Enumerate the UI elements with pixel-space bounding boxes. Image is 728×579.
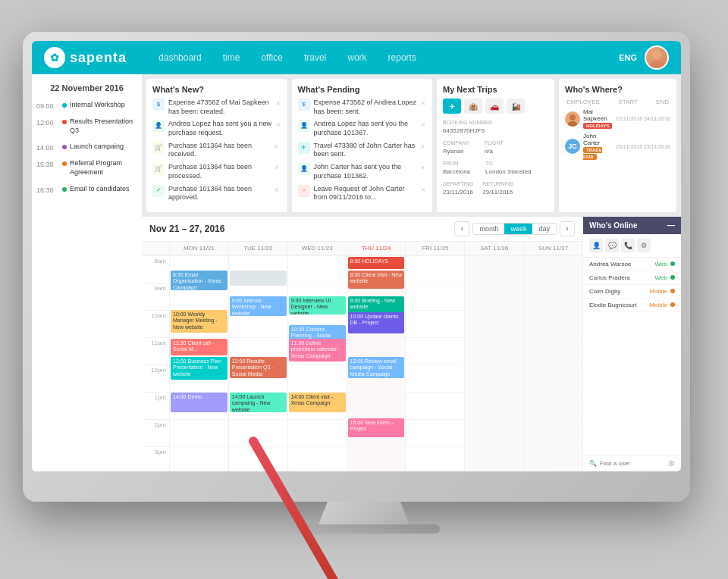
list-item: $ Expense 473562 of Andrea Lopez has bee… — [298, 99, 427, 116]
close-icon[interactable]: × — [420, 142, 426, 149]
calendar-main: Nov 21 – 27, 2016 ‹ month week day › — [142, 217, 582, 471]
week-view-button[interactable]: week — [504, 224, 532, 234]
calendar-prev-button[interactable]: ‹ — [454, 221, 469, 236]
whats-pending-widget: What's Pending $ Expense 473562 of Andre… — [292, 79, 433, 212]
nav-travel[interactable]: travel — [295, 49, 335, 66]
whats-new-widget: What's New? $ Expense 473562 of Mai Sapk… — [146, 79, 287, 212]
hotel-icon[interactable]: 🏨 — [464, 99, 482, 114]
month-view-button[interactable]: month — [473, 224, 504, 234]
status-dot — [670, 275, 675, 280]
list-item: 👤 Andrea Lopez has sent you a new purcha… — [152, 120, 281, 137]
close-icon[interactable]: × — [421, 99, 426, 106]
search-icon: 🔍 — [589, 460, 597, 467]
calendar-event[interactable]: 11:30 Define promoters calendar - Xmas C… — [289, 339, 346, 361]
navbar: ✿ sapenta dashboard time office travel w… — [32, 41, 681, 74]
list-item: ✓ Purchase 101364 has been approved. × — [152, 185, 281, 202]
nav-dashboard[interactable]: dashboard — [149, 49, 211, 66]
list-item: 🛒 Purchase 101364 has been processed. × — [152, 163, 281, 180]
calendar-nav: ‹ month week day › — [454, 221, 575, 236]
flight-icon[interactable]: ✈ — [443, 99, 461, 114]
nav-work[interactable]: work — [338, 49, 375, 66]
car-icon[interactable]: 🚗 — [485, 99, 504, 114]
close-icon[interactable]: × — [275, 185, 281, 192]
avatar: JC — [565, 139, 580, 154]
calendar-event[interactable]: 9:00 Internal Workshop - New website — [230, 296, 287, 316]
calendar-event[interactable]: 8:00 Client Visit - New website — [348, 271, 405, 289]
sidebar-date: 22 November 2016 — [32, 80, 142, 99]
online-filter-icons: 👤 💬 📞 ⚙ — [583, 234, 681, 258]
person-icon[interactable]: 👤 — [589, 239, 603, 252]
list-item: 16:30 Email to candidates — [32, 183, 142, 196]
calendar-event[interactable]: 9:30 Interview UI Designer - New website — [289, 296, 346, 315]
close-icon[interactable]: × — [276, 120, 281, 127]
whos-online-header: Who's Online — — [583, 217, 681, 234]
nav-language: ENG — [619, 53, 637, 62]
calendar-header: Nov 21 – 27, 2016 ‹ month week day › — [142, 217, 582, 242]
left-sidebar: 22 November 2016 09:00 Internal Workshop… — [32, 74, 142, 471]
day-header-sat: SAT 11/26 — [464, 242, 523, 255]
day-header-fri: FRI 11/25 — [405, 242, 464, 255]
find-user-input[interactable] — [600, 460, 661, 467]
calendar-event[interactable]: 12:00 Business Plan Presentation - New w… — [171, 357, 228, 380]
calendar-event[interactable]: 11:30 Client call - Social M... — [171, 339, 228, 355]
list-item: 12:00 Results Presentation Q3 — [32, 115, 142, 137]
list-item: ○ Leave Request of John Carter from 09/1… — [298, 185, 427, 202]
calendar-days-header: MON 11/21 TUE 11/22 WED 11/23 THU 11/24 … — [142, 242, 582, 255]
day-sun — [523, 255, 582, 471]
logo-icon: ✿ — [44, 47, 65, 68]
monitor-stand — [318, 502, 410, 524]
calendar-event[interactable]: 14:00 Client visit - Xmas Campaign — [289, 393, 346, 412]
train-icon[interactable]: 🚂 — [507, 99, 525, 114]
calendar-event[interactable]: 15:00 New Intern - Project — [348, 418, 405, 437]
whos-where-widget: Who's Where? EMPLOYEE START END — [559, 79, 676, 212]
day-sat — [464, 255, 523, 471]
day-wed: 9:30 Interview UI Designer - New website… — [287, 255, 347, 471]
list-item: 👤 Andrea Lopez has sent you the purchase… — [298, 120, 427, 137]
online-user-item: Colm Digby Mobile — [583, 285, 681, 299]
nav-avatar[interactable] — [645, 45, 669, 70]
phone-icon[interactable]: 📞 — [621, 239, 635, 252]
gear-icon[interactable]: ⚙ — [668, 459, 675, 468]
online-user-item: Carlos Pradera Web — [583, 271, 681, 285]
status-badge: HOLIDAYS — [583, 123, 612, 129]
day-header-mon: MON 11/21 — [169, 242, 228, 255]
day-mon: 8:30 Email Organisation - Xmas Campaign … — [169, 255, 228, 471]
calendar-next-button[interactable]: › — [560, 221, 575, 236]
calendar-event[interactable]: 12:00 Results Presentation Q3 - Social M… — [230, 357, 287, 378]
whos-where-title: Who's Where? — [565, 85, 670, 94]
day-header-wed: WED 11/23 — [287, 242, 347, 255]
calendar-title: Nov 21 – 27, 2016 — [149, 224, 447, 234]
calendar-event[interactable]: 14:00 Demo — [171, 393, 228, 412]
list-item: 🛒 Purchase 101364 has been received. × — [152, 142, 281, 159]
time-gutter: 8am 9am 10am 11am 12pm 1pm 2pm 3pm — [142, 255, 169, 471]
close-icon[interactable]: × — [275, 163, 281, 171]
day-view-button[interactable]: day — [532, 224, 556, 234]
find-user-row: 🔍 ⚙ — [583, 455, 681, 471]
calendar-event[interactable]: 10:00 Update clients DB - Project — [348, 312, 405, 333]
settings-icon[interactable]: ⚙ — [637, 239, 651, 252]
close-icon[interactable]: × — [421, 120, 426, 127]
chat-icon[interactable]: 💬 — [605, 239, 619, 252]
calendar-event[interactable]: 10:00 Weekly Manager Meeting - New websi… — [171, 310, 228, 333]
calendar-event[interactable]: 14:00 Launch campaing - New website — [230, 393, 287, 412]
nav-time[interactable]: time — [214, 49, 249, 66]
calendar-event[interactable]: 8:30 Email Organisation - Xmas Campaign — [171, 271, 228, 290]
nav-right: ENG — [619, 45, 669, 70]
expense-icon: $ — [152, 99, 165, 111]
nav-reports[interactable]: reports — [379, 49, 425, 66]
user-icon: 👤 — [152, 120, 165, 132]
view-toggle: month week day — [472, 223, 557, 235]
svg-point-0 — [652, 50, 661, 59]
close-icon[interactable]: × — [421, 163, 426, 171]
svg-point-3 — [568, 121, 577, 127]
nav-office[interactable]: office — [252, 49, 291, 66]
calendar-event[interactable] — [230, 271, 287, 286]
close-icon[interactable]: × — [276, 99, 281, 106]
list-item: 14:00 Launch campaing — [32, 140, 142, 154]
leave-icon: ○ — [298, 185, 310, 197]
close-icon[interactable]: × — [421, 185, 426, 192]
calendar-event[interactable]: 12:00 Review email campaign - Social Med… — [348, 357, 405, 378]
status-dot — [670, 261, 675, 266]
list-item: 15:30 Referral Program Agreement — [32, 157, 142, 179]
close-icon[interactable]: × — [274, 142, 281, 149]
